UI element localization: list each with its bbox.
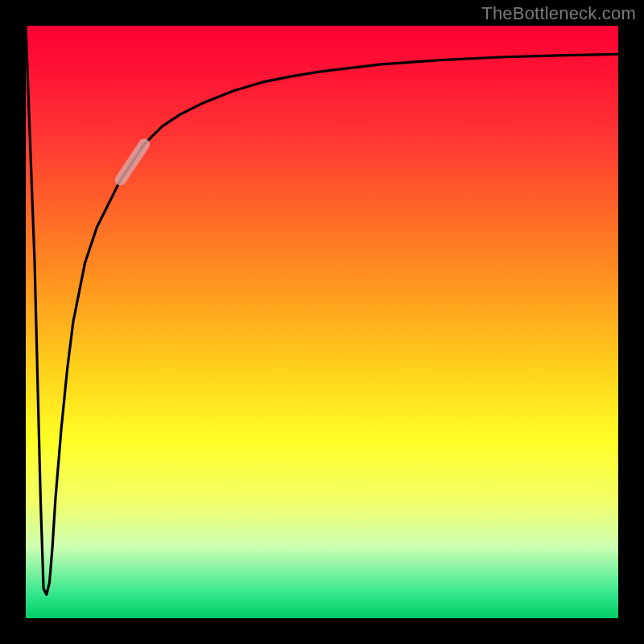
watermark-text: TheBottleneck.com — [481, 3, 636, 24]
curve-svg — [26, 26, 618, 618]
curve-highlight-segment — [121, 144, 144, 180]
plot-area — [26, 26, 618, 618]
bottleneck-curve — [26, 26, 618, 595]
chart-stage: TheBottleneck.com — [0, 0, 644, 644]
